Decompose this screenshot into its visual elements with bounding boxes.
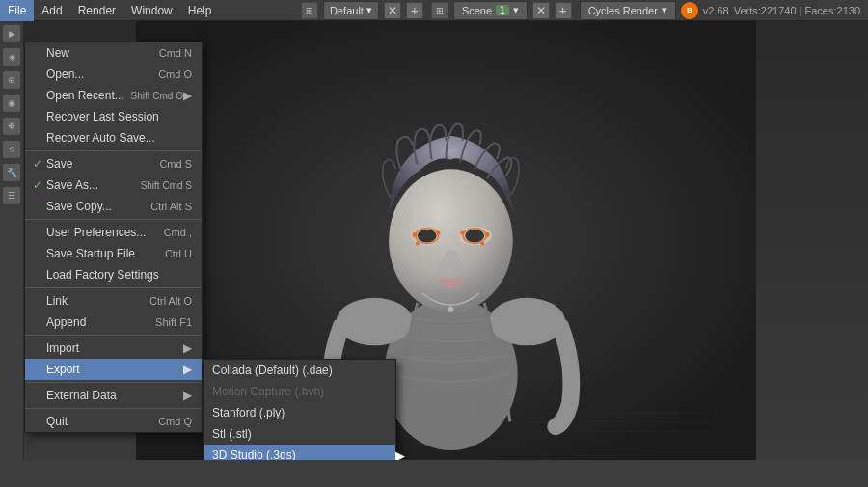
export-3ds[interactable]: 3D Studio (.3ds) ▶ bbox=[204, 445, 395, 460]
scene-grid-icon[interactable]: ⊞ bbox=[431, 2, 448, 19]
menu-add[interactable]: Add bbox=[34, 0, 69, 21]
close-layout-btn[interactable]: ✕ bbox=[384, 2, 401, 19]
blender-logo-icon: B bbox=[681, 2, 698, 19]
close-scene-btn[interactable]: ✕ bbox=[532, 2, 550, 19]
menu-item-export[interactable]: Export ▶ Collada (Default) (.dae) Motion… bbox=[25, 359, 202, 380]
menu-item-recover-last[interactable]: Recover Last Session bbox=[25, 106, 202, 127]
svg-point-19 bbox=[460, 231, 464, 235]
export-motion-capture: Motion Capture (.bvh) bbox=[204, 381, 395, 402]
layout-grid-icon[interactable]: ⊞ bbox=[301, 2, 318, 19]
svg-point-16 bbox=[412, 232, 417, 237]
export-stanford[interactable]: Stanford (.ply) bbox=[204, 402, 395, 423]
menu-item-import[interactable]: Import ▶ bbox=[25, 338, 202, 359]
svg-point-15 bbox=[448, 307, 453, 312]
sidebar-icon-5[interactable]: ✥ bbox=[3, 118, 20, 135]
svg-point-18 bbox=[416, 241, 420, 245]
menu-item-open-recent[interactable]: Open Recent... Shift Cmd O ▶ bbox=[25, 85, 202, 106]
svg-point-6 bbox=[389, 169, 513, 311]
scene-selector[interactable]: Scene 1 ▾ bbox=[453, 1, 528, 20]
viewport-3d[interactable]: New Cmd N Open... Cmd O Open Recent... S… bbox=[24, 21, 868, 460]
svg-point-21 bbox=[480, 241, 484, 245]
separator-2 bbox=[25, 219, 202, 220]
menu-item-external-data[interactable]: External Data ▶ bbox=[25, 385, 202, 406]
menu-item-link[interactable]: Link Ctrl Alt O bbox=[25, 290, 202, 311]
sidebar-icon-3[interactable]: ⊕ bbox=[3, 71, 20, 89]
menu-window[interactable]: Window bbox=[123, 0, 180, 21]
menu-render[interactable]: Render bbox=[70, 0, 123, 21]
menu-item-quit[interactable]: Quit Cmd Q bbox=[25, 411, 202, 432]
menu-item-user-prefs[interactable]: User Preferences... Cmd , bbox=[25, 222, 202, 243]
layout-selector[interactable]: Default ▾ bbox=[323, 1, 379, 20]
svg-point-17 bbox=[437, 231, 441, 235]
left-sidebar: ▶ ◈ ⊕ ◉ ✥ ⟲ 🔧 ☰ bbox=[0, 21, 24, 460]
export-collada[interactable]: Collada (Default) (.dae) bbox=[204, 360, 395, 381]
menubar: File Add Render Window Help ⊞ Default ▾ … bbox=[0, 0, 868, 21]
sidebar-icon-4[interactable]: ◉ bbox=[3, 95, 20, 112]
menubar-right: ⊞ Default ▾ ✕ + ⊞ Scene 1 ▾ ✕ + Cycles R… bbox=[297, 1, 868, 20]
menu-item-save-startup[interactable]: Save Startup File Ctrl U bbox=[25, 243, 202, 264]
sidebar-icon-7[interactable]: 🔧 bbox=[3, 164, 20, 181]
svg-point-20 bbox=[485, 232, 490, 237]
sidebar-icon-6[interactable]: ⟲ bbox=[3, 141, 20, 158]
cursor-arrow-icon: ▶ bbox=[395, 448, 405, 461]
separator-4 bbox=[25, 335, 202, 336]
svg-point-9 bbox=[418, 230, 437, 243]
menu-item-save-copy[interactable]: Save Copy... Ctrl Alt S bbox=[25, 196, 202, 217]
export-stl[interactable]: Stl (.stl) bbox=[204, 423, 395, 445]
separator-3 bbox=[25, 287, 202, 288]
menu-help[interactable]: Help bbox=[180, 0, 220, 21]
menu-file[interactable]: File bbox=[0, 0, 34, 21]
menu-item-open[interactable]: Open... Cmd O bbox=[25, 64, 202, 85]
add-scene-btn[interactable]: + bbox=[555, 2, 572, 19]
menu-item-load-factory[interactable]: Load Factory Settings bbox=[25, 264, 202, 285]
render-engine-selector[interactable]: Cycles Render ▾ bbox=[580, 1, 676, 20]
separator-5 bbox=[25, 382, 202, 383]
add-layout-btn[interactable]: + bbox=[406, 2, 423, 19]
separator-6 bbox=[25, 408, 202, 409]
sidebar-icon-1[interactable]: ▶ bbox=[3, 25, 20, 42]
menu-item-new[interactable]: New Cmd N bbox=[25, 42, 202, 64]
version-info: v2.68 bbox=[703, 5, 729, 16]
menu-item-save-as[interactable]: ✓ Save As... Shift Cmd S bbox=[25, 175, 202, 196]
menu-item-append[interactable]: Append Shift F1 bbox=[25, 311, 202, 333]
main-area: ▶ ◈ ⊕ ◉ ✥ ⟲ 🔧 ☰ bbox=[0, 21, 868, 460]
menu-item-recover-auto[interactable]: Recover Auto Save... bbox=[25, 127, 202, 149]
menu-item-save[interactable]: ✓ Save Cmd S bbox=[25, 153, 202, 175]
svg-point-10 bbox=[465, 230, 484, 243]
separator-1 bbox=[25, 150, 202, 151]
stats-info: Verts:221740 | Faces:2130 bbox=[734, 5, 860, 16]
file-menu-dropdown: New Cmd N Open... Cmd O Open Recent... S… bbox=[24, 42, 203, 433]
sidebar-icon-2[interactable]: ◈ bbox=[3, 48, 20, 66]
export-submenu: Collada (Default) (.dae) Motion Capture … bbox=[203, 359, 396, 460]
sidebar-icon-8[interactable]: ☰ bbox=[3, 187, 20, 204]
